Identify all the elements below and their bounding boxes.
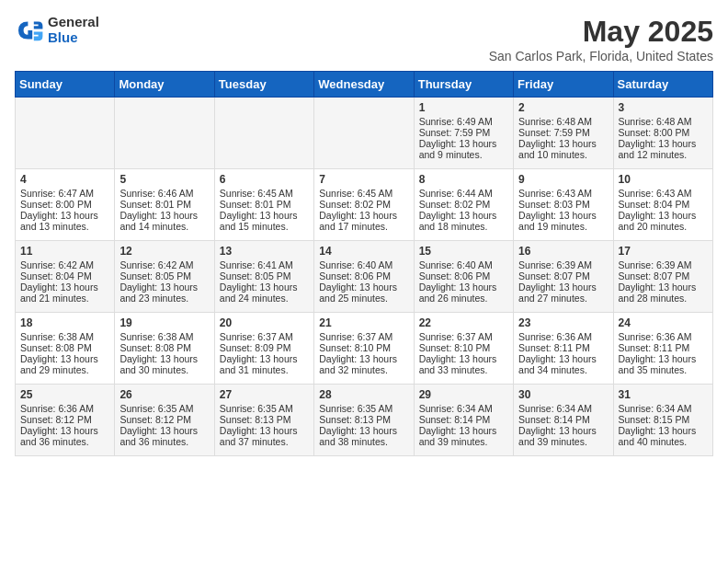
cell-content-line: and 39 minutes. — [419, 436, 508, 447]
cell-content-line: Sunset: 8:00 PM — [20, 199, 109, 210]
cell-content-line: Sunrise: 6:44 AM — [419, 188, 508, 199]
logo: General Blue — [15, 15, 99, 45]
cell-content-line: Sunrise: 6:43 AM — [518, 188, 608, 199]
cell-content-line: and 18 minutes. — [419, 221, 508, 232]
cell-content-line: and 17 minutes. — [319, 221, 408, 232]
calendar-cell: 14Sunrise: 6:40 AMSunset: 8:06 PMDayligh… — [314, 241, 414, 313]
weekday-header-row: SundayMondayTuesdayWednesdayThursdayFrid… — [16, 72, 713, 98]
day-number: 6 — [220, 173, 309, 186]
cell-content-line: Daylight: 13 hours — [619, 282, 708, 293]
cell-content-line: Sunset: 8:01 PM — [119, 199, 209, 210]
day-number: 4 — [20, 173, 109, 186]
day-number: 19 — [119, 316, 209, 329]
cell-content-line: Sunset: 8:11 PM — [619, 342, 708, 353]
cell-content-line: Sunrise: 6:45 AM — [220, 188, 309, 199]
calendar-cell: 18Sunrise: 6:38 AMSunset: 8:08 PMDayligh… — [16, 313, 115, 385]
cell-content-line: Sunrise: 6:35 AM — [119, 403, 209, 414]
cell-content-line: Sunset: 8:05 PM — [220, 270, 309, 282]
weekday-header-friday: Friday — [514, 72, 613, 98]
calendar-week-4: 18Sunrise: 6:38 AMSunset: 8:08 PMDayligh… — [16, 313, 713, 385]
day-number: 7 — [319, 173, 408, 186]
cell-content-line: and 36 minutes. — [20, 436, 109, 447]
cell-content-line: Sunrise: 6:49 AM — [419, 116, 508, 127]
cell-content-line: Daylight: 13 hours — [319, 282, 408, 293]
logo-icon — [15, 16, 44, 45]
cell-content-line: and 31 minutes. — [220, 364, 309, 375]
cell-content-line: Daylight: 13 hours — [619, 138, 708, 149]
cell-content-line: and 37 minutes. — [220, 436, 309, 447]
day-number: 13 — [220, 245, 309, 258]
calendar-table: SundayMondayTuesdayWednesdayThursdayFrid… — [15, 71, 713, 456]
day-number: 20 — [220, 316, 309, 329]
day-number: 12 — [119, 245, 209, 258]
weekday-header-wednesday: Wednesday — [314, 72, 414, 98]
cell-content-line: Sunset: 8:14 PM — [419, 414, 508, 425]
cell-content-line: Sunset: 8:11 PM — [518, 342, 608, 353]
cell-content-line: Sunrise: 6:34 AM — [419, 403, 508, 414]
calendar-cell: 29Sunrise: 6:34 AMSunset: 8:14 PMDayligh… — [414, 385, 513, 456]
cell-content-line: and 27 minutes. — [518, 293, 608, 304]
cell-content-line: Daylight: 13 hours — [119, 425, 209, 436]
cell-content-line: Sunset: 8:02 PM — [419, 199, 508, 210]
cell-content-line: Daylight: 13 hours — [419, 425, 508, 436]
calendar-cell: 6Sunrise: 6:45 AMSunset: 8:01 PMDaylight… — [214, 169, 313, 241]
calendar-cell: 2Sunrise: 6:48 AMSunset: 7:59 PMDaylight… — [514, 98, 613, 169]
day-number: 3 — [619, 101, 708, 114]
cell-content-line: Sunset: 8:15 PM — [619, 414, 708, 425]
cell-content-line: Sunrise: 6:35 AM — [319, 403, 408, 414]
cell-content-line: Daylight: 13 hours — [518, 425, 608, 436]
calendar-cell — [214, 98, 313, 169]
cell-content-line: Daylight: 13 hours — [518, 282, 608, 293]
cell-content-line: and 32 minutes. — [319, 364, 408, 375]
calendar-cell — [314, 98, 414, 169]
cell-content-line: and 39 minutes. — [518, 436, 608, 447]
day-number: 21 — [319, 316, 408, 329]
calendar-week-2: 4Sunrise: 6:47 AMSunset: 8:00 PMDaylight… — [16, 169, 713, 241]
cell-content-line: and 35 minutes. — [619, 364, 708, 375]
calendar-cell: 11Sunrise: 6:42 AMSunset: 8:04 PMDayligh… — [16, 241, 115, 313]
cell-content-line: Sunset: 8:14 PM — [518, 414, 608, 425]
calendar-cell: 10Sunrise: 6:43 AMSunset: 8:04 PMDayligh… — [613, 169, 712, 241]
cell-content-line: and 15 minutes. — [220, 221, 309, 232]
cell-content-line: Sunset: 8:10 PM — [319, 342, 408, 353]
cell-content-line: Daylight: 13 hours — [619, 425, 708, 436]
cell-content-line: and 13 minutes. — [20, 221, 109, 232]
cell-content-line: Sunrise: 6:36 AM — [20, 403, 109, 414]
calendar-cell: 28Sunrise: 6:35 AMSunset: 8:13 PMDayligh… — [314, 385, 414, 456]
day-number: 5 — [119, 173, 209, 186]
calendar-cell: 24Sunrise: 6:36 AMSunset: 8:11 PMDayligh… — [613, 313, 712, 385]
cell-content-line: and 33 minutes. — [419, 364, 508, 375]
cell-content-line: Sunrise: 6:37 AM — [220, 331, 309, 342]
cell-content-line: Sunset: 8:08 PM — [20, 342, 109, 353]
cell-content-line: and 29 minutes. — [20, 364, 109, 375]
calendar-cell: 7Sunrise: 6:45 AMSunset: 8:02 PMDaylight… — [314, 169, 414, 241]
cell-content-line: Daylight: 13 hours — [518, 210, 608, 221]
cell-content-line: Daylight: 13 hours — [20, 353, 109, 364]
cell-content-line: and 24 minutes. — [220, 293, 309, 304]
day-number: 28 — [319, 388, 408, 401]
weekday-header-sunday: Sunday — [16, 72, 115, 98]
cell-content-line: Sunset: 8:06 PM — [319, 270, 408, 282]
logo-blue-text: Blue — [48, 30, 99, 46]
cell-content-line: Sunset: 8:08 PM — [119, 342, 209, 353]
cell-content-line: and 10 minutes. — [518, 149, 608, 160]
cell-content-line: Sunset: 8:04 PM — [20, 270, 109, 282]
calendar-cell: 19Sunrise: 6:38 AMSunset: 8:08 PMDayligh… — [115, 313, 214, 385]
header: General Blue May 2025 San Carlos Park, F… — [15, 15, 713, 63]
weekday-header-tuesday: Tuesday — [214, 72, 313, 98]
cell-content-line: Sunrise: 6:39 AM — [518, 259, 608, 270]
cell-content-line: Sunset: 8:13 PM — [220, 414, 309, 425]
cell-content-line: Daylight: 13 hours — [119, 353, 209, 364]
day-number: 23 — [518, 316, 608, 329]
calendar-title: May 2025 — [489, 15, 713, 49]
calendar-cell: 16Sunrise: 6:39 AMSunset: 8:07 PMDayligh… — [514, 241, 613, 313]
cell-content-line: Sunrise: 6:40 AM — [319, 259, 408, 270]
cell-content-line: Sunrise: 6:46 AM — [119, 188, 209, 199]
cell-content-line: Daylight: 13 hours — [20, 282, 109, 293]
day-number: 31 — [619, 388, 708, 401]
cell-content-line: Sunset: 8:12 PM — [119, 414, 209, 425]
cell-content-line: and 23 minutes. — [119, 293, 209, 304]
day-number: 22 — [419, 316, 508, 329]
calendar-cell: 31Sunrise: 6:34 AMSunset: 8:15 PMDayligh… — [613, 385, 712, 456]
cell-content-line: Daylight: 13 hours — [419, 138, 508, 149]
